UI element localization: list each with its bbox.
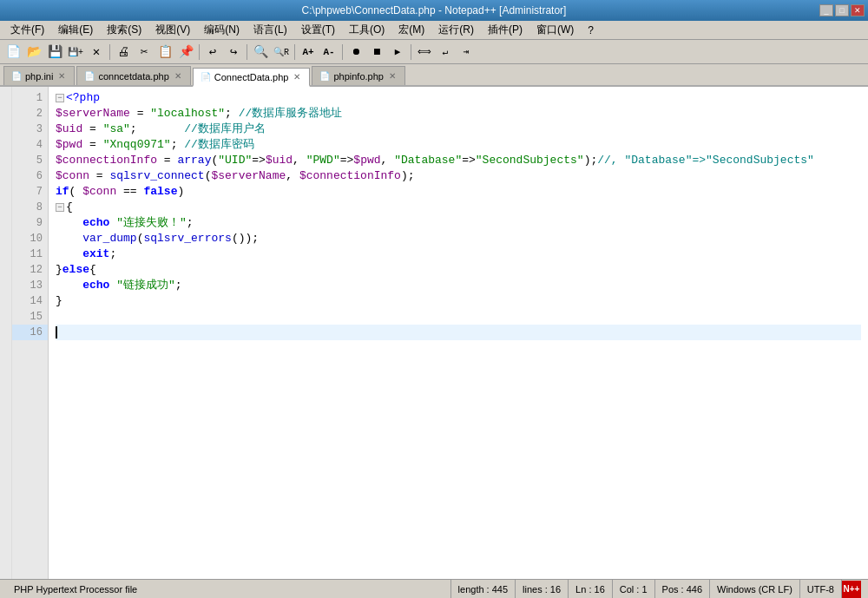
- code-editor[interactable]: −<?php$serverName = "localhost"; //数据库服务…: [49, 87, 868, 579]
- menu-file[interactable]: 文件(F): [3, 21, 51, 39]
- wrap-button[interactable]: ↵: [436, 43, 455, 62]
- tab-phpinfo[interactable]: 📄 phpinfo.php ✕: [312, 66, 405, 85]
- ln-label: Ln : 16: [575, 584, 605, 595]
- tab-connectdata-label: ConnectData.php: [214, 72, 289, 82]
- code-line-15: [56, 309, 861, 325]
- save-all-button[interactable]: 💾+: [66, 43, 85, 62]
- token-plain: (: [137, 231, 144, 246]
- maximize-button[interactable]: □: [835, 4, 849, 16]
- tab-conncetdata[interactable]: 📄 conncetdata.php ✕: [76, 66, 190, 85]
- gutter-row-16: [0, 325, 11, 340]
- menu-macro[interactable]: 宏(M): [391, 21, 431, 39]
- indent-button[interactable]: ⇥: [457, 43, 476, 62]
- cut-button[interactable]: ✂: [135, 43, 154, 62]
- close-button[interactable]: ✕: [851, 4, 865, 16]
- menu-view[interactable]: 视图(V): [148, 21, 197, 39]
- tab-phpini-close[interactable]: ✕: [56, 71, 67, 81]
- token-kw: exit: [82, 246, 109, 262]
- separator-1: [109, 44, 110, 60]
- token-str: "PWD": [306, 153, 340, 168]
- sync-button[interactable]: ⟺: [415, 43, 434, 62]
- line-numbers: 12345678910111213141516: [12, 87, 49, 579]
- tab-phpinfo-close[interactable]: ✕: [387, 71, 398, 81]
- token-comment-cn: //数据库服务器地址: [239, 106, 343, 122]
- file-type-label: PHP Hypertext Processor file: [14, 584, 137, 595]
- print-button[interactable]: 🖨: [114, 43, 133, 62]
- status-eol: Windows (CR LF): [710, 580, 800, 598]
- tab-conncetdata-close[interactable]: ✕: [173, 71, 183, 81]
- title-bar: C:\phpweb\ConnectData.php - Notepad++ [A…: [0, 0, 868, 21]
- token-str: "链接成功": [116, 278, 175, 293]
- menu-run[interactable]: 运行(R): [431, 21, 481, 39]
- paste-button[interactable]: 📌: [176, 43, 195, 62]
- line-number-2: 2: [12, 106, 48, 122]
- copy-button[interactable]: 📋: [155, 43, 174, 62]
- line-number-8: 8: [12, 200, 48, 215]
- token-plain: ,: [286, 168, 299, 184]
- macro-record-button[interactable]: ⏺: [346, 43, 365, 62]
- tab-connectdata-close[interactable]: ✕: [292, 72, 302, 82]
- token-plain: ,: [293, 153, 306, 168]
- token-fn: var_dump: [82, 231, 136, 246]
- tab-connectdata[interactable]: 📄 ConnectData.php ✕: [193, 68, 311, 87]
- token-plain: ;: [225, 106, 239, 122]
- gutter-row-14: [0, 293, 11, 309]
- macro-stop-button[interactable]: ⏹: [367, 43, 386, 62]
- title-text: C:\phpweb\ConnectData.php - Notepad++ [A…: [302, 4, 567, 16]
- menu-tools[interactable]: 工具(O): [342, 21, 391, 39]
- code-line-16: [56, 325, 861, 340]
- redo-button[interactable]: ↪: [224, 43, 243, 62]
- token-kw: false: [143, 184, 177, 200]
- save-button[interactable]: 💾: [45, 43, 64, 62]
- tab-phpini[interactable]: 📄 php.ini ✕: [3, 66, 75, 85]
- line-number-6: 6: [12, 168, 48, 184]
- menu-language[interactable]: 语言(L): [247, 21, 294, 39]
- minimize-button[interactable]: _: [819, 4, 833, 16]
- close-button[interactable]: ✕: [87, 43, 106, 62]
- token-plain: [109, 278, 116, 293]
- status-filetype: PHP Hypertext Processor file: [7, 580, 451, 598]
- menu-search[interactable]: 搜索(S): [100, 21, 148, 39]
- menu-edit[interactable]: 编辑(E): [51, 21, 100, 39]
- token-str: "Database": [394, 153, 462, 168]
- new-button[interactable]: 📄: [3, 43, 23, 62]
- editor-area[interactable]: 12345678910111213141516 −<?php$serverNam…: [0, 87, 868, 579]
- token-plain: ;: [130, 122, 184, 137]
- token-plain: ==: [116, 184, 143, 200]
- fold-marker[interactable]: −: [56, 94, 64, 102]
- menu-encoding[interactable]: 编码(N): [197, 21, 247, 39]
- open-button[interactable]: 📂: [24, 43, 43, 62]
- menu-help[interactable]: ?: [581, 23, 601, 38]
- separator-2: [199, 44, 200, 60]
- replace-button[interactable]: 🔍R: [272, 43, 291, 62]
- menu-plugins[interactable]: 插件(P): [481, 21, 529, 39]
- tab-phpinfo-icon: 📄: [319, 71, 330, 81]
- col-label: Col : 1: [620, 584, 648, 595]
- gutter-row-1: [0, 90, 11, 106]
- zoom-out-button[interactable]: A-: [319, 43, 339, 62]
- gutter-row-5: [0, 153, 11, 168]
- menu-settings[interactable]: 设置(T): [294, 21, 342, 39]
- code-line-9: echo "连接失败！";: [56, 215, 861, 231]
- fold-gutter: [0, 87, 12, 579]
- tab-phpinfo-label: phpinfo.php: [333, 71, 384, 82]
- gutter-row-3: [0, 122, 11, 137]
- status-bar: PHP Hypertext Processor file length : 44…: [0, 579, 868, 598]
- fold-marker[interactable]: −: [56, 203, 64, 212]
- line-number-15: 15: [12, 309, 48, 325]
- token-comment-cn: //数据库用户名: [184, 122, 266, 137]
- undo-button[interactable]: ↩: [203, 43, 222, 62]
- token-str: "localhost": [150, 106, 225, 122]
- toolbar: 📄 📂 💾 💾+ ✕ 🖨 ✂ 📋 📌 ↩ ↪ 🔍 🔍R A+ A- ⏺ ⏹ ▶ …: [0, 40, 868, 64]
- token-str: "Xnqq0971": [103, 137, 171, 153]
- token-plain: =: [130, 106, 150, 122]
- line-number-16: 16: [12, 325, 48, 340]
- line-number-14: 14: [12, 293, 48, 309]
- token-var: $serverName: [56, 106, 130, 122]
- find-button[interactable]: 🔍: [251, 43, 270, 62]
- zoom-in-button[interactable]: A+: [299, 43, 318, 62]
- menu-window[interactable]: 窗口(W): [529, 21, 581, 39]
- window-controls[interactable]: _ □ ✕: [819, 4, 865, 16]
- macro-play-button[interactable]: ▶: [388, 43, 407, 62]
- line-number-12: 12: [12, 262, 48, 278]
